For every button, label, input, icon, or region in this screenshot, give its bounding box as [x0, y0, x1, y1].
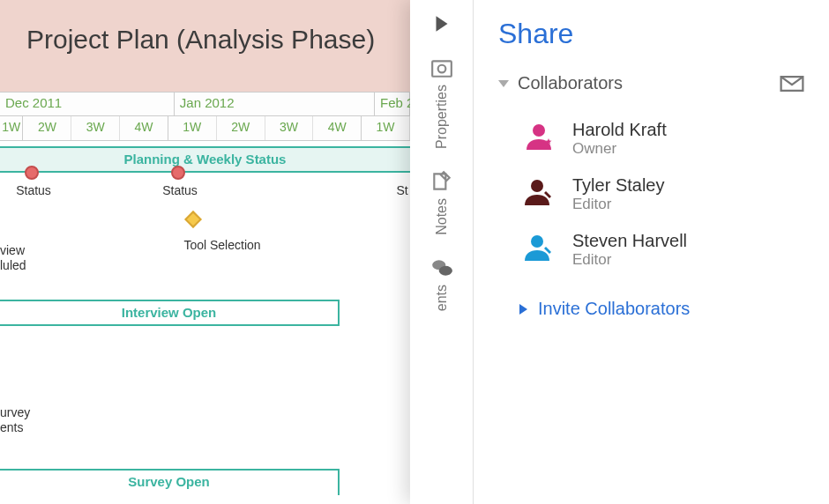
bar-planning[interactable]: Planning & Weekly Status	[0, 146, 410, 173]
share-title: Share	[498, 18, 804, 50]
collaborators-header[interactable]: Collaborators	[498, 73, 804, 93]
title-bar: Project Plan (Analysis Phase)	[0, 0, 410, 92]
gantt-area: Project Plan (Analysis Phase) Dec 2011 J…	[0, 0, 410, 504]
chevron-right-icon	[430, 12, 453, 35]
status-milestone-dot[interactable]	[25, 166, 39, 180]
gantt-canvas[interactable]: Planning & Weekly Status Status Status S…	[0, 141, 410, 504]
collaborator-name: Harold Kraft	[572, 120, 667, 140]
collaborators-label: Collaborators	[518, 73, 623, 93]
chevron-right-icon	[519, 304, 527, 315]
svg-point-5	[533, 124, 545, 137]
rail-comments-label: ents	[434, 285, 450, 311]
bar-planning-label: Planning & Weekly Status	[124, 148, 287, 171]
note-pencil-icon	[430, 170, 453, 193]
week-cell[interactable]: 4W	[120, 116, 168, 140]
svg-point-7	[531, 235, 543, 248]
month-cell[interactable]: Dec 2011	[0, 93, 175, 115]
rail-properties[interactable]: Properties	[430, 56, 453, 149]
week-cell[interactable]: 2W	[23, 116, 71, 140]
status-milestone-dot[interactable]	[171, 166, 185, 180]
editor-avatar-icon	[523, 231, 555, 263]
week-cell[interactable]: 3W	[71, 116, 120, 140]
week-cell[interactable]: 1W	[362, 116, 410, 140]
week-cell[interactable]: 1W	[0, 116, 23, 140]
bar-survey[interactable]: Survey Open	[0, 469, 340, 495]
bar-interview[interactable]: Interview Open	[0, 300, 340, 326]
collaborator-role: Editor	[572, 251, 687, 269]
rail-properties-label: Properties	[434, 85, 450, 149]
rail-notes-label: Notes	[434, 198, 450, 235]
rail-notes[interactable]: Notes	[430, 170, 453, 235]
side-rail: Properties Notes ents	[410, 0, 474, 504]
chevron-down-icon	[498, 80, 509, 87]
bar-interview-label: Interview Open	[122, 305, 217, 320]
collaborator-name: Steven Harvell	[572, 231, 687, 251]
chat-bubbles-icon	[430, 256, 453, 279]
camera-icon	[430, 56, 453, 79]
editor-avatar-icon	[523, 175, 555, 207]
mail-icon[interactable]	[780, 76, 804, 92]
week-row: 1W 2W 3W 4W 1W 2W 3W 4W 1W	[0, 116, 410, 141]
collaborator-row[interactable]: Harold Kraft Owner	[498, 111, 804, 167]
week-cell[interactable]: 4W	[313, 116, 362, 140]
month-cell[interactable]: Jan 2012	[175, 93, 375, 115]
share-content: Share Collaborators Harold Kraft Owner	[474, 0, 829, 504]
collaborator-role: Editor	[572, 196, 664, 213]
status-milestone-label: Status	[16, 183, 51, 197]
tool-selection-label: Tool Selection	[183, 238, 260, 252]
collaborator-name: Tyler Staley	[572, 175, 664, 196]
truncated-text: urvey ents	[0, 405, 30, 435]
week-cell[interactable]: 2W	[217, 116, 265, 140]
bar-survey-label: Survey Open	[128, 474, 210, 489]
rail-expand[interactable]	[430, 12, 453, 35]
svg-point-1	[437, 65, 445, 73]
week-cell[interactable]: 3W	[265, 116, 314, 140]
page-title: Project Plan (Analysis Phase)	[26, 25, 410, 55]
status-milestone-label: St	[396, 183, 407, 197]
truncated-text: view luled	[0, 243, 26, 273]
status-milestone-label: Status	[162, 183, 198, 197]
month-cell[interactable]: Feb 2	[375, 93, 410, 115]
svg-rect-0	[432, 61, 452, 76]
week-cell[interactable]: 1W	[168, 116, 217, 140]
svg-point-3	[438, 266, 452, 276]
owner-avatar-icon	[523, 120, 555, 152]
share-panel: Properties Notes ents Share Collaborator…	[410, 0, 829, 504]
svg-point-6	[531, 180, 543, 192]
invite-label: Invite Collaborators	[538, 299, 690, 319]
collaborator-role: Owner	[572, 140, 667, 158]
collaborator-row[interactable]: Tyler Staley Editor	[498, 167, 804, 222]
milestone-diamond[interactable]	[184, 211, 202, 228]
rail-comments[interactable]: ents	[430, 256, 453, 311]
collaborator-row[interactable]: Steven Harvell Editor	[498, 222, 804, 278]
invite-collaborators-button[interactable]: Invite Collaborators	[498, 278, 804, 319]
month-row: Dec 2011 Jan 2012 Feb 2	[0, 92, 410, 116]
